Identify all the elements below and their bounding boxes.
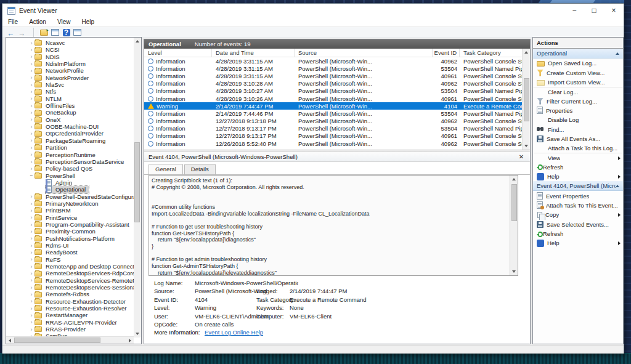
tree-item[interactable]: › Program-Compatibility-Assistant <box>6 221 134 228</box>
event-row[interactable]: Information 2/14/2019 7:44:46 PM PowerSh… <box>144 110 523 117</box>
tree-hscroll-thumb[interactable] <box>14 338 100 343</box>
chevron-icon[interactable]: › <box>28 103 35 109</box>
event-row[interactable]: Information 12/26/2018 5:52:40 PM PowerS… <box>144 140 523 147</box>
actions-group-header-event[interactable]: Event 4104, PowerShell (Microsoft-Wi... <box>533 181 623 191</box>
column-header[interactable]: Source <box>295 49 433 57</box>
event-row[interactable]: Information 4/28/2019 3:10:28 AM PowerSh… <box>144 80 523 87</box>
tree-item[interactable]: › NdisImPlatform <box>6 60 134 67</box>
scroll-right-icon[interactable] <box>129 339 131 342</box>
tree-item[interactable]: › OtpCredentialProvider <box>6 130 134 137</box>
scroll-down-icon[interactable] <box>512 270 516 273</box>
chevron-icon[interactable]: › <box>28 298 35 304</box>
chevron-icon[interactable]: › <box>28 75 35 81</box>
chevron-icon[interactable]: › <box>28 61 35 67</box>
action-item[interactable]: Refresh <box>533 163 623 172</box>
chevron-icon[interactable]: › <box>28 214 35 220</box>
action-item[interactable]: Filter Current Log... <box>533 96 623 105</box>
tree-vscroll-thumb[interactable] <box>134 142 140 222</box>
tree-item[interactable]: › PowerShell-DesiredStateConfiguration-F… <box>6 193 134 200</box>
chevron-icon[interactable]: › <box>28 235 35 241</box>
scroll-up-icon[interactable] <box>524 51 528 54</box>
collapse-icon[interactable] <box>616 52 619 55</box>
menu-item[interactable]: Action <box>23 18 52 25</box>
tree-item[interactable]: › Rdms-UI <box>6 242 134 249</box>
event-row[interactable]: Information 12/27/2018 9:13:17 PM PowerS… <box>144 132 523 140</box>
action-item[interactable]: Event Properties <box>533 191 623 200</box>
chevron-icon[interactable]: › <box>28 243 35 249</box>
toolbar-button[interactable] <box>28 28 38 37</box>
column-header[interactable]: Level <box>144 49 212 57</box>
chevron-icon[interactable]: › <box>28 291 35 297</box>
column-header[interactable]: Date and Time <box>212 49 295 57</box>
details-tab[interactable]: General <box>149 164 183 174</box>
action-item[interactable]: Help <box>533 172 623 181</box>
action-item[interactable]: Refresh <box>533 229 623 238</box>
menu-item[interactable]: View <box>52 18 76 25</box>
tree-item[interactable]: › Ntfs <box>6 88 134 95</box>
tree-item[interactable]: › RemoteDesktopServices-RemoteFX-Synth: <box>6 277 134 284</box>
tree-item[interactable]: › Remotefs-Rdbss <box>6 291 134 297</box>
tree-item[interactable]: › Ncasvc <box>6 39 134 46</box>
event-row[interactable]: Information 4/28/2019 3:31:15 AM PowerSh… <box>144 72 523 79</box>
action-item[interactable]: Open Saved Log... <box>533 59 623 68</box>
scroll-up-icon[interactable] <box>136 40 139 42</box>
window-control-button[interactable]: − <box>564 4 584 17</box>
chevron-icon[interactable]: › <box>28 110 35 116</box>
action-item[interactable]: Save All Events As... <box>533 134 623 144</box>
chevron-icon[interactable]: › <box>28 137 35 144</box>
event-row[interactable]: Information 4/28/2019 3:31:15 AM PowerSh… <box>144 57 523 65</box>
chevron-icon[interactable]: › <box>28 89 35 95</box>
chevron-icon[interactable]: › <box>28 145 35 151</box>
chevron-icon[interactable]: › <box>28 47 35 53</box>
chevron-icon[interactable]: › <box>28 201 35 207</box>
tree-item[interactable]: › RestartManager <box>6 312 134 318</box>
toolbar-button[interactable] <box>39 28 49 37</box>
column-header[interactable]: Task Category <box>460 49 523 57</box>
event-list-vscrollbar[interactable] <box>522 49 530 150</box>
event-list-vscroll-thumb[interactable] <box>524 78 529 121</box>
collapse-icon[interactable] <box>616 185 619 187</box>
tree-item[interactable]: › ReadyBoost <box>6 249 134 256</box>
chevron-icon[interactable]: › <box>28 256 35 262</box>
tree-item[interactable]: › Resource-Exhaustion-Resolver <box>6 305 134 312</box>
tree-item[interactable]: › RemoteDesktopServices-RdpCoreTS <box>6 270 134 277</box>
tree-item[interactable]: › NlaSvc <box>6 81 134 88</box>
tree-item[interactable]: › ReFS <box>6 256 134 263</box>
action-item[interactable]: Help <box>533 238 623 248</box>
description-vscroll-thumb[interactable] <box>511 184 517 221</box>
tree-item[interactable]: › RemoteDesktopServices-SessionServices <box>6 284 134 291</box>
chevron-icon[interactable]: › <box>28 82 35 88</box>
action-item[interactable]: Copy <box>533 210 623 219</box>
tree-item[interactable]: › NetworkProfile <box>6 67 134 74</box>
chevron-icon[interactable]: › <box>28 285 35 291</box>
tree-item[interactable]: › PushNotifications-Platform <box>6 235 134 242</box>
action-item[interactable]: Save Selected Events... <box>533 220 623 229</box>
tree-item[interactable]: › OneBackup <box>6 109 134 116</box>
action-item[interactable]: Attach Task To This Event... <box>533 201 623 210</box>
chevron-icon[interactable]: › <box>28 229 35 235</box>
chevron-icon[interactable]: › <box>28 208 35 214</box>
action-item[interactable]: View <box>533 153 623 162</box>
tree-item[interactable]: › PackageStateRoaming <box>6 137 134 144</box>
chevron-icon[interactable]: › <box>28 222 35 228</box>
toolbar-button[interactable]: ← <box>6 28 16 37</box>
tree-item[interactable]: › RRAS-Provider <box>6 326 134 333</box>
description-vscrollbar[interactable] <box>510 176 518 275</box>
tree-item[interactable]: › PerceptionRuntime <box>6 152 134 158</box>
chevron-icon[interactable]: › <box>28 166 35 172</box>
actions-group-header-operational[interactable]: Operational <box>533 49 623 59</box>
event-row[interactable]: Information 4/28/2019 3:10:26 AM PowerSh… <box>144 95 523 102</box>
action-item[interactable]: Clear Log... <box>533 87 623 96</box>
tree-item[interactable]: › RemoteApp and Desktop Connections <box>6 263 134 270</box>
chevron-icon[interactable]: › <box>28 193 35 200</box>
action-item[interactable]: Find... <box>533 124 623 134</box>
tree-item[interactable]: › Resource-Exhaustion-Detector <box>6 298 134 305</box>
tree-item[interactable]: › OfflineFiles <box>6 102 134 109</box>
chevron-icon[interactable]: › <box>28 40 35 46</box>
tree-item[interactable]: › NCSI <box>6 46 134 53</box>
event-row[interactable]: Information 12/27/2018 9:13:18 PM PowerS… <box>144 118 523 125</box>
column-header[interactable]: Event ID <box>433 49 460 57</box>
tree-item[interactable]: › PowerShell <box>6 172 134 179</box>
window-control-button[interactable]: × <box>604 4 624 17</box>
action-item[interactable]: Attach a Task To this Log... <box>533 144 623 153</box>
